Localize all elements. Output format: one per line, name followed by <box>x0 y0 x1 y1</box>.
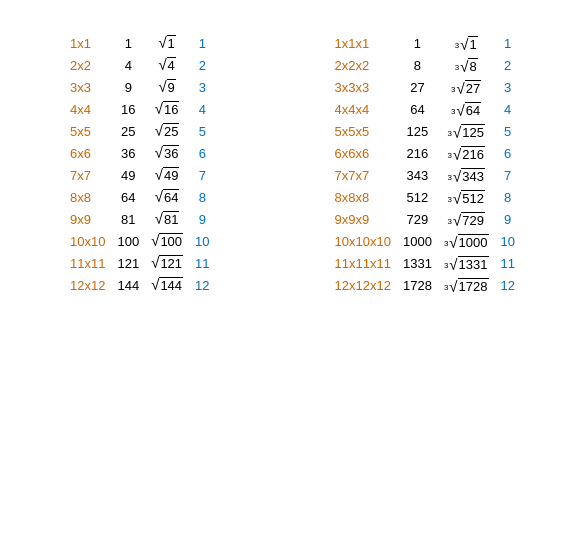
cb-result: 4 <box>495 98 521 120</box>
sqrt-symbol: √121 <box>151 255 183 271</box>
sq-root: √25 <box>145 120 189 142</box>
sq-expr: 9x9 <box>64 208 111 230</box>
cb-expr: 9x9x9 <box>329 208 397 230</box>
cb-result: 11 <box>495 252 521 274</box>
cb-expr: 4x4x4 <box>329 98 397 120</box>
sqrt-symbol: √36 <box>155 145 180 161</box>
table-row: 5x5x5 125 3√125 5 <box>329 120 521 142</box>
cbrt-symbol: 3√1728 <box>444 278 489 294</box>
cb-root: 3√343 <box>438 164 495 186</box>
table-row: 8x8x8 512 3√512 8 <box>329 186 521 208</box>
cb-root: 3√1000 <box>438 230 495 252</box>
cb-expr: 12x12x12 <box>329 274 397 296</box>
cube-roots-table: 1x1x1 1 3√1 1 2x2x2 8 3√8 2 3x3x3 27 3√2… <box>329 32 521 296</box>
sq-result: 5 <box>189 120 215 142</box>
table-row: 3x3 9 √9 3 <box>64 76 216 98</box>
cbrt-symbol: 3√1331 <box>444 256 489 272</box>
table-row: 3x3x3 27 3√27 3 <box>329 76 521 98</box>
sq-val: 121 <box>111 252 145 274</box>
cb-result: 8 <box>495 186 521 208</box>
sq-result: 1 <box>189 32 215 54</box>
cb-val: 1728 <box>397 274 438 296</box>
cbrt-symbol: 3√1000 <box>444 234 489 250</box>
sq-expr: 11x11 <box>64 252 111 274</box>
cb-expr: 6x6x6 <box>329 142 397 164</box>
table-row: 9x9x9 729 3√729 9 <box>329 208 521 230</box>
sq-expr: 12x12 <box>64 274 111 296</box>
cb-result: 3 <box>495 76 521 98</box>
sq-val: 144 <box>111 274 145 296</box>
sqrt-symbol: √144 <box>151 277 183 293</box>
cb-result: 5 <box>495 120 521 142</box>
table-row: 4x4 16 √16 4 <box>64 98 216 120</box>
cb-expr: 8x8x8 <box>329 186 397 208</box>
sq-val: 64 <box>111 186 145 208</box>
cb-root: 3√1 <box>438 32 495 54</box>
sq-result: 6 <box>189 142 215 164</box>
sq-val: 1 <box>111 32 145 54</box>
sq-root: √81 <box>145 208 189 230</box>
table-row: 12x12 144 √144 12 <box>64 274 216 296</box>
table-row: 9x9 81 √81 9 <box>64 208 216 230</box>
table-row: 7x7 49 √49 7 <box>64 164 216 186</box>
table-row: 8x8 64 √64 8 <box>64 186 216 208</box>
table-row: 2x2 4 √4 2 <box>64 54 216 76</box>
cbrt-symbol: 3√1 <box>455 36 478 52</box>
sq-expr: 6x6 <box>64 142 111 164</box>
tables-container: 1x1 1 √1 1 2x2 4 √4 2 3x3 9 √9 3 4x4 16 <box>13 32 573 296</box>
sq-root: √1 <box>145 32 189 54</box>
table-row: 7x7x7 343 3√343 7 <box>329 164 521 186</box>
table-row: 11x11x11 1331 3√1331 11 <box>329 252 521 274</box>
sq-root: √100 <box>145 230 189 252</box>
cb-result: 10 <box>495 230 521 252</box>
sqrt-symbol: √16 <box>155 101 180 117</box>
sqrt-symbol: √64 <box>155 189 180 205</box>
sq-result: 12 <box>189 274 215 296</box>
cb-val: 343 <box>397 164 438 186</box>
sq-root: √64 <box>145 186 189 208</box>
sq-val: 4 <box>111 54 145 76</box>
cb-expr: 3x3x3 <box>329 76 397 98</box>
cb-expr: 1x1x1 <box>329 32 397 54</box>
sq-expr: 8x8 <box>64 186 111 208</box>
cbrt-symbol: 3√64 <box>451 102 481 118</box>
sq-result: 9 <box>189 208 215 230</box>
sq-expr: 3x3 <box>64 76 111 98</box>
cb-root: 3√1331 <box>438 252 495 274</box>
sq-val: 9 <box>111 76 145 98</box>
cbrt-symbol: 3√8 <box>455 58 478 74</box>
cb-expr: 10x10x10 <box>329 230 397 252</box>
cb-result: 1 <box>495 32 521 54</box>
page: 1x1 1 √1 1 2x2 4 √4 2 3x3 9 √9 3 4x4 16 <box>13 20 573 296</box>
cbrt-symbol: 3√729 <box>448 212 485 228</box>
sqrt-symbol: √1 <box>158 35 175 51</box>
sqrt-symbol: √25 <box>155 123 180 139</box>
sq-result: 10 <box>189 230 215 252</box>
sqrt-symbol: √81 <box>155 211 180 227</box>
sq-root: √144 <box>145 274 189 296</box>
cb-root: 3√64 <box>438 98 495 120</box>
sq-val: 16 <box>111 98 145 120</box>
cb-val: 729 <box>397 208 438 230</box>
sq-root: √121 <box>145 252 189 274</box>
cb-root: 3√125 <box>438 120 495 142</box>
sq-result: 8 <box>189 186 215 208</box>
sq-expr: 4x4 <box>64 98 111 120</box>
sq-result: 4 <box>189 98 215 120</box>
sq-result: 2 <box>189 54 215 76</box>
table-row: 6x6x6 216 3√216 6 <box>329 142 521 164</box>
sq-root: √36 <box>145 142 189 164</box>
sqrt-symbol: √100 <box>151 233 183 249</box>
cb-result: 12 <box>495 274 521 296</box>
table-row: 6x6 36 √36 6 <box>64 142 216 164</box>
cb-result: 9 <box>495 208 521 230</box>
sq-root: √49 <box>145 164 189 186</box>
table-row: 10x10 100 √100 10 <box>64 230 216 252</box>
table-row: 2x2x2 8 3√8 2 <box>329 54 521 76</box>
cbrt-symbol: 3√27 <box>451 80 481 96</box>
table-row: 4x4x4 64 3√64 4 <box>329 98 521 120</box>
cb-val: 512 <box>397 186 438 208</box>
sq-val: 25 <box>111 120 145 142</box>
cb-root: 3√216 <box>438 142 495 164</box>
table-row: 12x12x12 1728 3√1728 12 <box>329 274 521 296</box>
